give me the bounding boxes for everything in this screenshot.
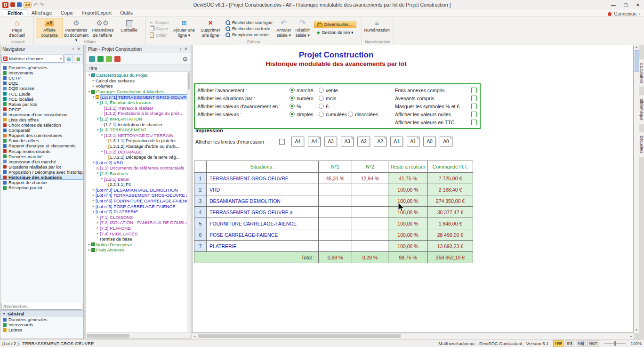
paper-size-button-a4[interactable]: A4 xyxy=(291,137,304,146)
navigator-item-rapport-des-commentaires[interactable]: Rapport des commentaires xyxy=(0,133,83,138)
navigator-item-intervenants[interactable]: Intervenants xyxy=(0,70,83,75)
tree-item-1-3-1-2-abattage-d-arbre-ou-d-arb[interactable]: └[1.3.1.2] Abattage d'arbre ou d'arb... xyxy=(86,144,191,149)
collapsed-arrow-icon[interactable]: ▸ xyxy=(87,248,91,252)
numerotation-button[interactable]: ≡ Numérotation xyxy=(364,18,390,33)
navigator-item-choix-criteres-de-selection[interactable]: Choix critères de sélection xyxy=(0,122,83,128)
expanded-arrow-icon[interactable]: ▾ xyxy=(100,150,104,153)
collapsed-arrow-icon[interactable]: ▸ xyxy=(91,204,96,208)
search-input[interactable] xyxy=(1,303,82,310)
expanded-arrow-icon[interactable]: ▾ xyxy=(87,73,91,77)
scroll-left-arrow[interactable]: ◂ xyxy=(192,333,197,339)
navigator-item-suivi-des-offres[interactable]: Suivi des offres xyxy=(0,138,83,143)
gestion-lien-button[interactable]: ◆ Gestion de lien ▾ xyxy=(314,30,356,35)
radio-cumulees[interactable]: cumulées xyxy=(319,112,348,117)
quick-access-red-icon[interactable] xyxy=(10,2,15,7)
close-icon[interactable]: ✕ xyxy=(183,47,189,51)
expanded-arrow-icon[interactable]: ▾ xyxy=(91,161,96,164)
collapsed-arrow-icon[interactable]: ▸ xyxy=(87,242,91,246)
navigator-item-liste-des-offres[interactable]: Liste des offres xyxy=(0,117,83,122)
print-icon[interactable] xyxy=(114,56,121,62)
tree-item-1-1-2-prestations-a-la-charge-du-pres[interactable]: └[1.1.2] Prestations à la charge du prés… xyxy=(86,111,191,116)
navigator-item-proposition-decompte-avec-historique[interactable]: Proposition / Décompte avec historique xyxy=(0,169,83,175)
close-icon[interactable]: ✕ xyxy=(76,47,81,51)
paper-size-button-a2[interactable]: A2 xyxy=(357,137,370,146)
collapsed-arrow-icon[interactable]: ▸ xyxy=(96,215,100,219)
tree-item-remise-de-base[interactable]: └Remise de base xyxy=(86,236,191,242)
export-excel-icon[interactable] xyxy=(97,56,104,62)
navigator-item-donnees-generales[interactable]: Données générales xyxy=(0,317,83,322)
navigator-item-comparatif[interactable]: Comparatif xyxy=(0,128,83,133)
display-options-icon[interactable] xyxy=(89,56,95,62)
pin-icon[interactable]: ▪ xyxy=(177,47,183,51)
expanded-arrow-icon[interactable]: ▾ xyxy=(96,171,100,175)
expanded-arrow-icon[interactable]: ▾ xyxy=(100,133,104,137)
page-accueil-button[interactable]: ⌂ Page d'accueil xyxy=(4,18,30,38)
pin-icon[interactable]: ▪ xyxy=(639,12,640,16)
tree-item-7-3-plafond[interactable]: ▸[7.3] PLAFOND xyxy=(86,226,191,231)
export-icon[interactable] xyxy=(106,56,112,62)
scrollbar-thumb[interactable] xyxy=(87,334,129,338)
collapsed-arrow-icon[interactable]: ▸ xyxy=(91,194,96,197)
navigator-item-dqe[interactable]: DQE xyxy=(0,81,83,86)
menu-tab-edition[interactable]: Edition xyxy=(3,9,27,16)
navigator-item-donnees-generales[interactable]: Données générales xyxy=(0,65,83,70)
navigator-item-tce-localise[interactable]: TCE localisé xyxy=(0,97,83,102)
minimize-button[interactable]: — xyxy=(607,0,620,9)
table-row[interactable]: 5FOURNITURE CARRELAGE-FAIENCE100,00 %1 8… xyxy=(194,218,473,229)
tree-item-1-1-etendue-des-travaux[interactable]: ▾[1.1] Étendue des travaux xyxy=(86,100,191,105)
tree-item-lot-n-3-desamiantage-demolition[interactable]: ▸[Lot n°3] DESAMIANTAGE DEMOLITION xyxy=(86,187,191,193)
collapsed-arrow-icon[interactable]: ▸ xyxy=(91,79,96,82)
close-button[interactable]: ✕ xyxy=(632,0,644,9)
expanded-arrow-icon[interactable]: ▾ xyxy=(91,95,96,99)
radio-simples[interactable]: simples xyxy=(290,112,319,117)
table-row[interactable]: 2VRD100,00 %2 168,40 € xyxy=(194,184,473,195)
rechercher-texte-button[interactable]: Rechercher un texte xyxy=(225,26,273,31)
table-row[interactable]: 3DESAMIANTAGE DEMOLITION100,00 %274 350,… xyxy=(194,195,473,207)
quick-access-blue-icon[interactable] xyxy=(17,2,22,7)
tree-item-2-2-1-beton[interactable]: ▾[2.2.1] Beton xyxy=(86,176,191,182)
remplacer-texte-button[interactable]: Remplacer un texte xyxy=(225,32,273,37)
tree-item-7-1-cloisons[interactable]: ▸[7.1] CLOISONS xyxy=(86,214,191,220)
radio-[interactable]: € xyxy=(319,104,348,109)
maximize-button[interactable]: ▢ xyxy=(620,0,632,9)
tree-item-ouvrages-consultation-marches[interactable]: ▾Ouvrages Consultation & Marchés xyxy=(86,89,191,95)
tree-item-1-3-2-decapage[interactable]: ▾[1.3.2] DECAPAGE xyxy=(86,149,191,154)
tree-item-1-2-1-installation-de-chantier[interactable]: └[1.2.1] Installation de chantier xyxy=(86,121,191,127)
paper-size-button-a1[interactable]: A1 xyxy=(390,137,403,146)
corbeille-button[interactable]: Corbeille xyxy=(116,18,142,33)
expanded-arrow-icon[interactable]: ▾ xyxy=(91,210,96,214)
paper-size-button-a2-landscape[interactable]: A2 xyxy=(374,137,386,146)
ajouter-ligne-button[interactable]: ⊞ Ajouter une ligne ▾ xyxy=(171,18,197,38)
tree-item-lot-n-5-fourniture-carrelage-faience[interactable]: ▸[Lot n°5] FOURNITURE CARRELAGE-FAIENCE xyxy=(86,198,191,204)
tree-item-1-1-1-travaux-a-realiser[interactable]: └[1.1.1] Travaux à réaliser xyxy=(86,105,191,111)
navigator-item-rapport-d-analyse-et-classements[interactable]: Rapport d'analyse et classements xyxy=(0,143,83,148)
couper-button[interactable]: ✂ Couper xyxy=(150,20,169,25)
tree-item-2-2-1-1-p1[interactable]: └[2.2.1.1] P1 xyxy=(86,182,191,187)
navigator-item-rapport-de-chantier[interactable]: Rapport de chantier xyxy=(0,180,83,185)
collapsed-arrow-icon[interactable]: ▸ xyxy=(91,188,96,192)
radio-vente[interactable]: vente xyxy=(319,88,348,93)
tree-item-2-1-documents-de-reference-contractuels[interactable]: ▤[2.1] Documents de référence contractue… xyxy=(86,165,191,171)
collapsed-arrow-icon[interactable]: ▸ xyxy=(91,199,96,202)
radio-marche[interactable]: marché xyxy=(290,88,319,93)
expanded-arrow-icon[interactable]: ▾ xyxy=(96,101,100,105)
navigator-filter-button[interactable]: ▦ xyxy=(74,54,82,63)
scroll-up-arrow[interactable]: ▲ xyxy=(634,45,639,50)
navigator-item-ratios-par-lots[interactable]: Ratios par lots xyxy=(0,102,83,107)
navigator-item-impression-d-une-consultation[interactable]: Impression d'une consultation xyxy=(0,112,83,117)
expanded-arrow-icon[interactable]: ▾ xyxy=(87,90,91,94)
tree-vertical-scrollbar[interactable] xyxy=(187,72,191,332)
profile-dropdown[interactable]: D Maîtrise d'oeuvre ▾ xyxy=(1,55,64,63)
paper-size-button-a0[interactable]: A0 xyxy=(423,137,436,146)
expanded-arrow-icon[interactable]: ▾ xyxy=(96,128,100,132)
quick-access-aff-icon[interactable]: Aff xyxy=(24,2,32,8)
navigator-item-dqe-localise[interactable]: DQE localisé xyxy=(0,86,83,91)
redo-icon[interactable]: ↷ xyxy=(40,2,44,7)
menu-tab-import-export[interactable]: Import/Export xyxy=(78,9,116,16)
navigator-item-situations-realisees-par-lot[interactable]: Situations réalisées par lot xyxy=(0,164,83,169)
navigator-view-button[interactable]: ▤ xyxy=(64,54,73,63)
collapsed-arrow-icon[interactable]: ▸ xyxy=(91,84,96,88)
expanded-arrow-icon[interactable]: ▾ xyxy=(100,177,104,181)
checkbox-afficher-les-valeurs-nulles[interactable] xyxy=(471,112,477,117)
tree-item-1-3-2-1-decapage-de-la-terre-veg[interactable]: └[1.3.2.1] Décapage de la terre vég... xyxy=(86,154,191,160)
